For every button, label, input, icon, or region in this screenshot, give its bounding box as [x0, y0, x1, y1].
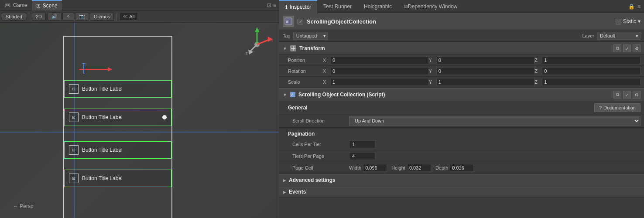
tab-scene-label: Scene: [43, 3, 58, 9]
scale-z-label: Z: [534, 79, 541, 85]
svg-text:z: z: [246, 51, 248, 55]
static-badge: Static ▾: [616, 18, 641, 24]
svg-line-11: [250, 44, 257, 51]
events-foldout-arrow[interactable]: ▶: [283, 190, 286, 194]
component-icon: ≡: [283, 16, 294, 27]
tab-scene[interactable]: ⊞ Scene: [32, 0, 62, 10]
maximize-icon[interactable]: ⊡: [267, 2, 271, 8]
position-y-group: Y: [429, 56, 535, 64]
tab-dependency-window-label: ⧉Dependency Window: [404, 3, 457, 10]
more-options-icon[interactable]: ≡: [273, 2, 276, 8]
component-enabled-checkbox[interactable]: [298, 19, 303, 24]
rotation-x-input[interactable]: [330, 67, 429, 75]
svg-marker-3: [82, 63, 86, 64]
transform-settings-icon[interactable]: ⚙: [633, 44, 641, 52]
inspector-tab-actions: 🔒 ≡: [628, 3, 644, 10]
tab-test-runner[interactable]: Test Runner: [317, 0, 358, 13]
tiers-per-page-input[interactable]: [349, 152, 375, 160]
advanced-foldout-arrow[interactable]: ▶: [283, 178, 286, 183]
rotation-values: X Y Z: [323, 67, 641, 75]
scale-y-input[interactable]: [436, 78, 535, 86]
transform-copy-icon[interactable]: ⧉: [613, 44, 621, 52]
transform-expand-icon[interactable]: ⤢: [623, 44, 631, 52]
cells-per-tier-label: Cells Per Tier: [292, 142, 349, 147]
page-cell-height-item: Height: [391, 164, 431, 172]
audio-btn[interactable]: 🔊: [48, 12, 62, 20]
layer-dropdown-arrow: ▾: [636, 33, 638, 39]
inspector-info-icon: ℹ: [285, 4, 288, 10]
rotation-row: Rotation X Y Z: [279, 66, 644, 77]
toolbar-controls: 🔊 ✧ 📷 Gizmos: [48, 12, 114, 20]
script-settings-icon[interactable]: ⚙: [633, 91, 641, 99]
script-section-header: ▼ ✓ Scrolling Object Collection (Script)…: [279, 88, 644, 101]
static-dropdown-arrow[interactable]: ▾: [638, 18, 641, 24]
position-x-input[interactable]: [330, 56, 429, 64]
position-x-label: X: [323, 58, 329, 63]
scene-item-4-icon: ⊡: [69, 174, 79, 183]
rotation-y-input[interactable]: [436, 67, 535, 75]
search-input[interactable]: All: [129, 14, 134, 19]
page-cell-values: Width Height Depth: [349, 164, 474, 172]
tag-dropdown-arrow: ▾: [323, 33, 326, 39]
layers-btn[interactable]: Gizmos: [90, 13, 114, 20]
script-expand-icon[interactable]: ⤢: [623, 91, 631, 99]
lock-icon[interactable]: 🔒: [628, 3, 635, 10]
more-icon[interactable]: ≡: [637, 3, 641, 10]
camera-btn[interactable]: 📷: [75, 12, 89, 20]
scroll-direction-dropdown[interactable]: Up And Down: [349, 116, 641, 126]
advanced-settings-row[interactable]: ▶ Advanced settings: [279, 174, 644, 186]
inspector-body: ≡ ScrollingObjectCollection Static ▾ Tag…: [279, 13, 644, 218]
tab-dependency-window[interactable]: ⧉Dependency Window: [398, 0, 463, 13]
transform-foldout-arrow[interactable]: ▼: [283, 46, 287, 51]
script-checkbox-icon: ✓: [290, 92, 296, 98]
scene-item-1-label: Button Title Label: [82, 86, 123, 92]
static-checkbox[interactable]: [616, 19, 621, 24]
position-row: Position X Y Z: [279, 55, 644, 66]
script-copy-icon[interactable]: ⧉: [613, 91, 621, 99]
svg-text:x: x: [271, 37, 273, 42]
scroll-direction-value: Up And Down: [349, 116, 641, 126]
pagination-header: Pagination: [279, 128, 644, 139]
transform-title: Transform: [299, 45, 325, 51]
tab-test-runner-label: Test Runner: [323, 3, 352, 10]
documentation-button[interactable]: ? Documentation: [594, 103, 641, 112]
scroll-direction-row: Scroll Direction Up And Down: [279, 114, 644, 128]
scroll-direction-label: Scroll Direction: [292, 118, 349, 123]
rotation-z-input[interactable]: [542, 67, 641, 75]
cells-per-tier-input[interactable]: [349, 140, 375, 148]
shading-dropdown[interactable]: Shaded: [2, 13, 26, 20]
tab-game[interactable]: 🎮 Game: [0, 0, 32, 10]
effects-btn[interactable]: ✧: [62, 12, 74, 20]
position-z-input[interactable]: [542, 56, 641, 64]
scale-x-input[interactable]: [330, 78, 429, 86]
page-cell-height-input[interactable]: [407, 164, 431, 172]
tiers-per-page-row: Tiers Per Page: [279, 150, 644, 162]
scale-z-input[interactable]: [542, 78, 641, 86]
page-cell-depth-label: Depth: [435, 165, 448, 170]
events-row[interactable]: ▶ Events: [279, 186, 644, 198]
scene-item-2-label: Button Title Label: [82, 114, 123, 120]
page-cell-width-item: Width: [349, 164, 387, 172]
layer-dropdown[interactable]: Default ▾: [597, 32, 641, 40]
2d-toggle[interactable]: 2D: [32, 13, 46, 20]
tag-dropdown[interactable]: Untagged ▾: [293, 32, 328, 40]
rotation-x-label: X: [323, 68, 329, 74]
page-cell-depth-input[interactable]: [450, 164, 474, 172]
scene-item-2-dot: [162, 115, 167, 119]
position-z-group: Z: [534, 56, 641, 64]
tab-inspector[interactable]: ℹ Inspector: [279, 0, 317, 13]
position-y-input[interactable]: [436, 56, 535, 64]
page-cell-width-input[interactable]: [363, 164, 387, 172]
scale-x-group: X: [323, 78, 429, 86]
rotation-y-label: Y: [429, 68, 435, 74]
tab-holographic[interactable]: Holographic: [358, 0, 398, 13]
page-cell-width-label: Width: [349, 165, 361, 170]
scale-values: X Y Z: [323, 78, 641, 86]
inspector-tabs: ℹ Inspector Test Runner Holographic ⧉Dep…: [279, 0, 464, 13]
scale-row: Scale X Y Z: [279, 77, 644, 88]
script-title: Scrolling Object Collection (Script): [298, 92, 611, 98]
static-label: Static: [623, 18, 636, 24]
general-label: General: [288, 105, 308, 111]
position-y-label: Y: [429, 58, 435, 63]
script-foldout-arrow[interactable]: ▼: [283, 92, 287, 97]
